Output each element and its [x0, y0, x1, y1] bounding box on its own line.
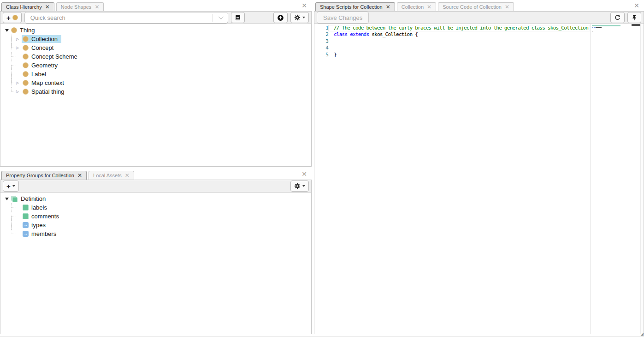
settings-button[interactable]	[290, 12, 309, 23]
line-number: 1	[314, 25, 328, 31]
code-line[interactable]: 3	[314, 38, 590, 45]
tree-item-content[interactable]: Label	[22, 70, 50, 78]
tree-item-content[interactable]: Concept Scheme	[22, 53, 81, 60]
line-number: 3	[314, 38, 328, 45]
tree-item-content[interactable]: Spatial thing	[22, 88, 68, 96]
shape-scripts-panel: Shape Scripts for Collection✕Collection✕…	[314, 0, 644, 334]
tree-item-members[interactable]: →members	[0, 229, 311, 238]
navigate-up-button[interactable]	[273, 12, 288, 23]
tree-item-labels[interactable]: labels	[0, 203, 311, 212]
tree-item-content[interactable]: Definition	[10, 195, 49, 203]
resize-grip-icon[interactable]: ◢	[641, 332, 644, 336]
expander-collapsed-icon[interactable]: ▷	[16, 87, 22, 96]
class-hierarchy-toolbar: +	[0, 11, 312, 24]
tree-item-label: labels	[31, 204, 47, 211]
code-token: }	[334, 52, 337, 58]
close-icon[interactable]: ✕	[45, 4, 50, 10]
save-changes-button[interactable]: Save Changes	[317, 12, 369, 24]
close-icon[interactable]: ✕	[301, 171, 307, 177]
tree-item-label: types	[31, 222, 46, 229]
minimap-mark	[592, 25, 620, 26]
code-line-text	[328, 38, 590, 45]
tree-item-content[interactable]: →members	[22, 230, 60, 238]
property-groups-toolbar: +	[0, 180, 312, 193]
expander-collapsed-icon[interactable]: ▷	[16, 78, 22, 87]
pin-button[interactable]	[627, 12, 641, 23]
close-icon[interactable]: ✕	[125, 173, 130, 178]
close-icon[interactable]: ✕	[427, 4, 431, 10]
tree-item-content[interactable]: Collection	[22, 35, 61, 43]
expander-collapsed-icon[interactable]: ▷	[16, 35, 22, 43]
code-token: extends	[350, 31, 369, 37]
code-line[interactable]: 4	[314, 45, 590, 51]
pin-icon	[631, 14, 638, 21]
close-icon[interactable]: ✕	[386, 4, 390, 10]
property-arrow-icon: →	[23, 231, 29, 237]
tree-item-content[interactable]: Geometry	[22, 61, 61, 69]
refresh-button[interactable]	[610, 12, 625, 23]
dictionary-button[interactable]	[231, 12, 245, 23]
tree-item-comments[interactable]: comments	[0, 212, 311, 221]
create-class-button[interactable]: +	[3, 12, 22, 23]
tree-item-thing[interactable]: Thing	[0, 26, 311, 35]
tree-connector	[11, 78, 16, 87]
property-groups-panel: Property Groups for Collection✕Local Ass…	[0, 168, 312, 334]
property-groups-tab-local-assets[interactable]: Local Assets✕	[89, 171, 134, 180]
close-icon[interactable]: ✕	[95, 4, 99, 10]
shape-scripts-tab-source-code-of-collection[interactable]: Source Code of Collection✕	[438, 2, 514, 11]
class-hierarchy-tab-node-shapes[interactable]: Node Shapes✕	[56, 2, 104, 11]
tree-item-content[interactable]: →types	[22, 221, 49, 229]
tree-item-map-context[interactable]: ▷Map context	[0, 78, 311, 87]
quick-search-input[interactable]	[24, 12, 228, 24]
tree-item-label[interactable]: Label	[0, 70, 311, 78]
editor-minimap[interactable]	[590, 24, 640, 334]
tree-connector	[11, 70, 16, 78]
code-line[interactable]: 1// The code between the curly braces wi…	[314, 25, 590, 31]
property-groups-tabbar: Property Groups for Collection✕Local Ass…	[0, 168, 312, 180]
tree-item-spatial-thing[interactable]: ▷Spatial thing	[0, 87, 311, 96]
code-editor[interactable]: 1// The code between the curly braces wi…	[314, 24, 644, 334]
add-property-group-button[interactable]: +	[3, 181, 19, 192]
tree-item-content[interactable]: labels	[22, 204, 51, 211]
close-icon[interactable]: ✕	[505, 4, 509, 10]
code-line-text: // The code between the curly braces wil…	[328, 25, 590, 31]
editor-scrollbar[interactable]	[640, 24, 644, 334]
property-groups-tree: Definitionlabelscomments→types→members	[0, 193, 312, 334]
code-line[interactable]: 5}	[314, 52, 590, 58]
tree-item-types[interactable]: →types	[0, 221, 311, 229]
code-line-text	[328, 45, 590, 51]
property-group-icon	[23, 205, 29, 211]
shape-scripts-tab-shape-scripts-for-collection[interactable]: Shape Scripts for Collection✕	[315, 2, 395, 11]
tree-connector	[11, 52, 16, 61]
expander-open-icon[interactable]	[4, 198, 10, 200]
close-icon[interactable]: ✕	[634, 2, 639, 9]
tree-connector	[11, 229, 16, 238]
tree-item-content[interactable]: Thing	[10, 26, 39, 34]
expander-open-icon[interactable]	[4, 29, 10, 32]
shape-scripts-tab-collection[interactable]: Collection✕	[397, 2, 436, 11]
settings-button[interactable]	[290, 181, 309, 192]
tree-item-concept[interactable]: ▷Concept	[0, 43, 311, 52]
minimap-slider[interactable]	[632, 24, 640, 26]
tree-item-collection[interactable]: ▷Collection	[0, 35, 311, 43]
tree-item-content[interactable]: Map context	[22, 79, 68, 87]
line-number: 5	[314, 52, 328, 58]
tree-item-concept-scheme[interactable]: Concept Scheme	[0, 52, 311, 61]
property-group-stack-icon	[11, 196, 18, 202]
tree-item-label: Thing	[20, 27, 35, 34]
tree-item-definition[interactable]: Definition	[0, 194, 311, 203]
close-icon[interactable]: ✕	[77, 173, 82, 178]
class-hierarchy-tab-class-hierarchy[interactable]: Class Hierarchy✕	[1, 2, 54, 11]
minimap-mark	[592, 27, 593, 28]
close-icon[interactable]: ✕	[301, 2, 307, 9]
property-groups-tab-property-groups-for-collection[interactable]: Property Groups for Collection✕	[1, 171, 87, 180]
tree-item-content[interactable]: comments	[22, 212, 63, 220]
code-token: skos_Collection {	[369, 31, 418, 37]
book-icon	[235, 14, 241, 21]
code-line[interactable]: 2class extends skos_Collection {	[314, 31, 590, 38]
arrow-up-circle-icon	[277, 14, 284, 21]
tree-item-content[interactable]: Concept	[22, 44, 57, 52]
expander-collapsed-icon[interactable]: ▷	[16, 43, 22, 52]
tree-connector	[11, 61, 16, 70]
tree-item-geometry[interactable]: Geometry	[0, 61, 311, 70]
